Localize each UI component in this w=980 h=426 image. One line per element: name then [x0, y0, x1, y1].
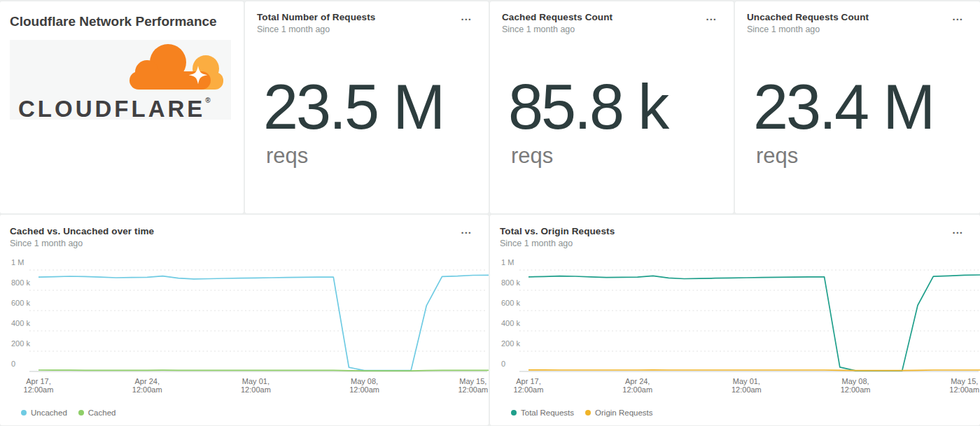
y-axis-label: 200 k: [501, 339, 520, 349]
widget-header: Cached vs. Uncached over time Since 1 mo…: [10, 226, 461, 248]
legend-item-origin-requests[interactable]: Origin Requests: [585, 409, 652, 417]
card-total-requests: Total Number of Requests Since 1 month a…: [245, 1, 489, 213]
metric-unit: reqs: [511, 143, 553, 169]
metric-value: 23.5 M: [263, 71, 443, 143]
cloudflare-cloud-icon: [120, 43, 227, 93]
top-row: Cloudflare Network Performance CLOUDFLAR…: [0, 1, 980, 213]
x-axis-label: May 15,12:00am: [448, 378, 489, 394]
card-uncached-requests: Uncached Requests Count Since 1 month ag…: [735, 1, 980, 213]
x-axis-label: May 01,12:00am: [721, 378, 771, 394]
bottom-row: Cached vs. Uncached over time Since 1 mo…: [0, 215, 980, 425]
chart-area[interactable]: 1 M800 k600 k400 k200 k0 Apr 17,12:00amA…: [490, 264, 980, 425]
x-axis: Apr 17,12:00amApr 24,12:00amMay 01,12:00…: [0, 378, 489, 397]
x-axis-label: May 08,12:00am: [830, 378, 881, 394]
chart-cached-vs-uncached: Cached vs. Uncached over time Since 1 mo…: [0, 215, 489, 425]
y-axis-label: 800 k: [501, 278, 520, 288]
metric-unit: reqs: [266, 143, 308, 169]
y-axis-label: 400 k: [501, 319, 520, 329]
widget-subtitle: Since 1 month ago: [10, 239, 461, 248]
x-axis-label: May 01,12:00am: [230, 378, 281, 394]
legend-dot-icon: [78, 410, 84, 416]
widget-subtitle: Since 1 month ago: [747, 24, 952, 34]
widget-subtitle: Since 1 month ago: [257, 24, 461, 34]
chart-legend: UncachedCached: [21, 409, 115, 417]
y-axis-label: 800 k: [11, 278, 30, 288]
y-axis-label: 600 k: [501, 299, 520, 308]
x-axis-label: Apr 24,12:00am: [122, 378, 172, 394]
y-axis-label: 200 k: [11, 339, 30, 349]
x-axis-label: Apr 24,12:00am: [612, 378, 663, 394]
widget-title: Uncached Requests Count: [747, 12, 952, 22]
y-axis-label: 0: [11, 360, 15, 369]
legend-item-uncached[interactable]: Uncached: [21, 409, 67, 417]
y-axis-label: 1 M: [501, 258, 514, 268]
y-axis-label: 1 M: [11, 258, 24, 268]
legend-dot-icon: [511, 410, 517, 416]
x-axis-label: May 08,12:00am: [340, 378, 390, 394]
legend-dot-icon: [585, 410, 591, 416]
series-line-total-requests: [528, 275, 980, 371]
widget-subtitle: Since 1 month ago: [502, 24, 706, 34]
card-cached-requests: Cached Requests Count Since 1 month ago …: [490, 1, 734, 213]
chart-legend: Total RequestsOrigin Requests: [511, 409, 653, 417]
chart-canvas: [0, 264, 489, 374]
legend-label: Cached: [88, 409, 116, 417]
widget-header: Total vs. Origin Requests Since 1 month …: [500, 226, 952, 248]
legend-item-total-requests[interactable]: Total Requests: [511, 409, 574, 417]
chart-total-vs-origin: Total vs. Origin Requests Since 1 month …: [490, 215, 980, 425]
widget-menu-button[interactable]: ...: [949, 8, 966, 24]
widget-header: Total Number of Requests Since 1 month a…: [257, 12, 461, 34]
page-title: Cloudflare Network Performance: [10, 14, 217, 29]
widget-title: Cached Requests Count: [502, 12, 706, 22]
registered-mark: ®: [205, 97, 210, 104]
widget-subtitle: Since 1 month ago: [500, 239, 952, 248]
y-axis-label: 600 k: [11, 299, 30, 308]
metric-unit: reqs: [756, 143, 798, 169]
chart-canvas: [490, 264, 980, 374]
metric-value: 85.8 k: [508, 71, 667, 143]
widget-title: Total vs. Origin Requests: [500, 226, 952, 236]
x-axis-label: Apr 17,12:00am: [13, 378, 64, 394]
widget-menu-button[interactable]: ...: [458, 222, 475, 238]
widget-menu-button[interactable]: ...: [458, 8, 475, 24]
dashboard: Cloudflare Network Performance CLOUDFLAR…: [0, 0, 980, 426]
y-axis-label: 400 k: [11, 319, 30, 329]
line-plot: 1 M800 k600 k400 k200 k0: [490, 264, 980, 374]
line-plot: 1 M800 k600 k400 k200 k0: [0, 264, 489, 374]
metric-value: 23.4 M: [753, 71, 933, 143]
legend-label: Uncached: [31, 409, 67, 417]
cloudflare-logo: CLOUDFLARE®: [10, 40, 231, 120]
series-line-origin-requests: [528, 370, 980, 371]
widget-header: Uncached Requests Count Since 1 month ag…: [747, 12, 952, 34]
legend-label: Total Requests: [521, 409, 574, 417]
widget-title: Cached vs. Uncached over time: [10, 226, 461, 236]
widget-menu-button[interactable]: ...: [949, 222, 966, 238]
widget-header: Cached Requests Count Since 1 month ago: [502, 12, 706, 34]
cloudflare-wordmark: CLOUDFLARE®: [18, 96, 211, 122]
series-line-cached: [38, 370, 489, 371]
series-line-uncached: [38, 275, 489, 370]
x-axis: Apr 17,12:00amApr 24,12:00amMay 01,12:00…: [490, 378, 980, 397]
widget-menu-button[interactable]: ...: [703, 8, 720, 24]
dashboard-title-panel: Cloudflare Network Performance CLOUDFLAR…: [0, 1, 244, 213]
legend-item-cached[interactable]: Cached: [78, 409, 116, 417]
chart-area[interactable]: 1 M800 k600 k400 k200 k0 Apr 17,12:00amA…: [0, 264, 489, 425]
x-axis-label: May 15,12:00am: [939, 378, 980, 394]
legend-label: Origin Requests: [595, 409, 652, 417]
x-axis-label: Apr 17,12:00am: [503, 378, 554, 394]
legend-dot-icon: [21, 410, 27, 416]
y-axis-label: 0: [501, 360, 505, 369]
widget-title: Total Number of Requests: [257, 12, 461, 22]
